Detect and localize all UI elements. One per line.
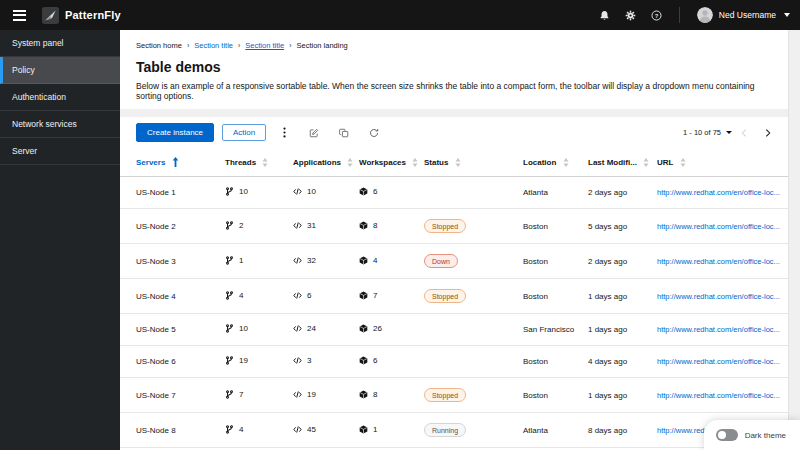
user-menu[interactable]: Ned Username (697, 7, 790, 23)
status-cell: Stopped (418, 209, 517, 244)
location-cell: Boston (517, 346, 582, 378)
status-badge: Stopped (424, 219, 466, 233)
masthead: PatternFly ? Ned Username (0, 0, 800, 30)
column-header-modified[interactable]: Last Modifi... (582, 148, 651, 177)
url-link[interactable]: http://www.redhat.com/en/office-loc... (657, 188, 782, 197)
chevron-down-icon (784, 13, 790, 17)
url-link[interactable]: http://www.redhat.com/en/office-loc... (657, 292, 782, 301)
patternfly-logo-icon (42, 7, 59, 24)
status-cell: Running (418, 413, 517, 448)
column-header-applications[interactable]: Applications (287, 148, 353, 177)
column-header-threads[interactable]: Threads (219, 148, 287, 177)
dark-theme-switch[interactable] (716, 429, 738, 441)
status-badge: Stopped (424, 289, 466, 303)
page-scrollbar[interactable] (788, 30, 800, 450)
column-header-url[interactable]: URL (651, 148, 788, 177)
location-cell: San Francisco (517, 314, 582, 346)
servers-table: Servers Threads Applications Workspaces … (120, 148, 788, 450)
server-name-cell: US-Node 2 (120, 209, 219, 244)
main-content: Section home › Section title › Section t… (120, 30, 788, 450)
user-name: Ned Username (719, 10, 776, 20)
breadcrumb-item-section-title-1[interactable]: Section title (194, 41, 233, 50)
sort-icon (347, 158, 353, 167)
code-icon (293, 221, 302, 230)
workspaces-cell: 6 (353, 346, 418, 378)
last-modified-cell: 2 days ago (582, 244, 651, 279)
server-name-cell: US-Node 3 (120, 244, 219, 279)
table-header-row: Servers Threads Applications Workspaces … (120, 148, 788, 177)
url-link[interactable]: http://www.redhat.com/en/office-loc... (657, 325, 782, 334)
last-modified-cell: 1 days ago (582, 279, 651, 314)
status-cell: Down (418, 244, 517, 279)
url-cell: http://www.redhat.com/en/office-loc... (651, 378, 788, 413)
breadcrumb-separator-icon: › (238, 42, 240, 49)
url-link[interactable]: http://www.redhat.com/en/office-loc... (657, 357, 782, 366)
workspaces-cell: 4 (353, 244, 418, 279)
column-header-location[interactable]: Location (517, 148, 582, 177)
sort-icon (412, 158, 418, 167)
kebab-menu-icon[interactable] (280, 127, 289, 138)
status-cell: Stopped (418, 279, 517, 314)
location-cell: Boston (517, 244, 582, 279)
column-header-workspaces[interactable]: Workspaces (353, 148, 418, 177)
threads-cell: 1 (219, 244, 287, 279)
url-cell: http://www.redhat.com/en/office-loc... (651, 314, 788, 346)
url-link[interactable]: http://www.redhat.com/en/office-loc... (657, 222, 782, 231)
brand-logo: PatternFly (42, 7, 121, 24)
create-instance-button[interactable]: Create instance (136, 123, 214, 142)
next-page-chevron-icon[interactable] (764, 129, 772, 137)
edit-icon[interactable] (309, 128, 319, 138)
pagination-range-menu[interactable]: 1 - 10 of 75 (683, 128, 732, 137)
sidebar-item-authentication[interactable]: Authentication (0, 84, 120, 111)
workspaces-cell: 7 (353, 279, 418, 314)
table-row: US-Node 4 4 6 7 Stopped Boston 1 days ag… (120, 279, 788, 314)
column-header-servers[interactable]: Servers (120, 148, 219, 177)
last-modified-cell: 2 days ago (582, 177, 651, 209)
dark-theme-label: Dark theme (745, 431, 786, 440)
code-branch-icon (225, 221, 234, 230)
help-question-icon[interactable]: ? (651, 10, 662, 21)
notifications-bell-icon[interactable] (599, 10, 610, 21)
workspaces-cell: 1 (353, 413, 418, 448)
threads-cell: 10 (219, 314, 287, 346)
nav-toggle-hamburger-icon[interactable] (4, 0, 34, 30)
breadcrumb-item-home[interactable]: Section home (136, 41, 182, 50)
brand-name: PatternFly (65, 9, 121, 21)
threads-cell: 7 (219, 378, 287, 413)
last-modified-cell: 4 days ago (582, 346, 651, 378)
sidebar-item-network-services[interactable]: Network services (0, 111, 120, 138)
url-link[interactable]: http://www.redhat.com/en/office-loc... (657, 391, 782, 400)
last-modified-cell: 1 days ago (582, 378, 651, 413)
code-icon (293, 324, 302, 333)
cube-icon (359, 221, 368, 230)
code-icon (293, 425, 302, 434)
code-branch-icon (225, 356, 234, 365)
threads-cell: 19 (219, 346, 287, 378)
applications-cell: 10 (287, 177, 353, 209)
sidebar-item-policy[interactable]: Policy (0, 57, 120, 84)
column-header-status[interactable]: Status (418, 148, 517, 177)
breadcrumb-item-section-title-2[interactable]: Section title (245, 41, 284, 50)
threads-cell: 10 (219, 177, 287, 209)
code-icon (293, 256, 302, 265)
previous-page-chevron-icon[interactable] (740, 129, 748, 137)
masthead-divider (679, 7, 680, 23)
code-icon (293, 356, 302, 365)
sidebar-item-system-panel[interactable]: System panel (0, 30, 120, 57)
server-name-cell: US-Node 1 (120, 177, 219, 209)
sync-refresh-icon[interactable] (369, 128, 379, 138)
clone-icon[interactable] (339, 128, 349, 138)
sidebar-item-server[interactable]: Server (0, 138, 120, 165)
action-button[interactable]: Action (222, 124, 266, 141)
url-link[interactable]: http://www.redhat.com/en/office-loc... (657, 257, 782, 266)
url-cell: http://www.redhat.com/en/office-loc... (651, 279, 788, 314)
breadcrumb-separator-icon: › (187, 42, 189, 49)
server-name-cell: US-Node 7 (120, 378, 219, 413)
server-name-cell: US-Node 5 (120, 314, 219, 346)
threads-cell: 4 (219, 279, 287, 314)
avatar (697, 7, 713, 23)
status-badge: Down (424, 254, 458, 268)
code-icon (293, 187, 302, 196)
breadcrumb: Section home › Section title › Section t… (136, 41, 772, 50)
settings-gear-icon[interactable] (625, 10, 636, 21)
